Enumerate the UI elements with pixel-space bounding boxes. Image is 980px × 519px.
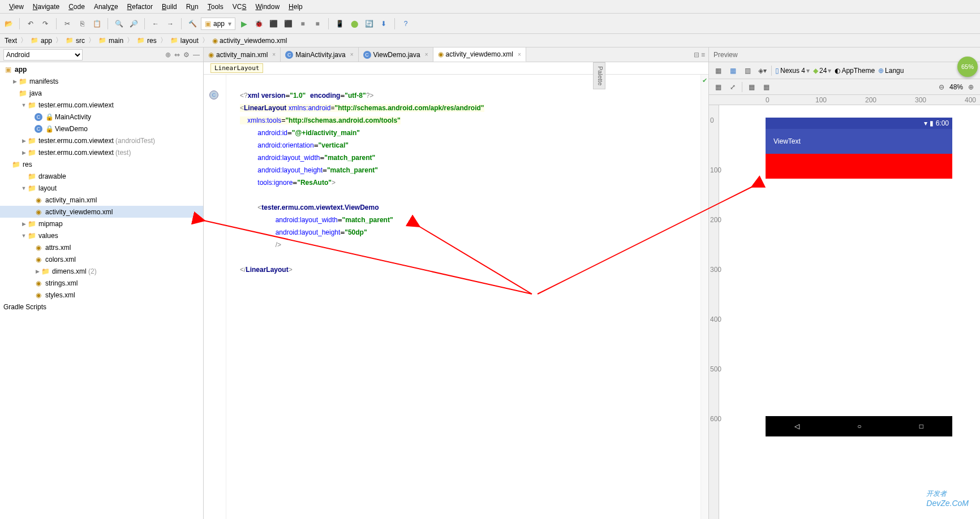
design-icon[interactable]: ▦ [712, 65, 724, 76]
bc-src[interactable]: 📁src [63, 37, 87, 45]
cut-icon[interactable]: ✂ [61, 18, 74, 30]
tree-gradle[interactable]: Gradle Scripts [0, 301, 203, 313]
bc-app[interactable]: 📁app [28, 37, 54, 45]
stop2-icon[interactable]: ■ [311, 18, 324, 30]
forward-icon[interactable]: → [164, 18, 177, 30]
sync-icon[interactable]: 🔄 [363, 18, 375, 30]
api-selector[interactable]: ◆24▾ [813, 67, 831, 75]
stop-icon[interactable]: ■ [296, 18, 309, 30]
sync-badge[interactable]: 65% [957, 57, 978, 77]
bc-layout[interactable]: 📁layout [168, 37, 201, 45]
menu-analyze[interactable]: Analyze [89, 2, 123, 12]
tree-res[interactable]: 📁res [0, 158, 203, 170]
tree-values[interactable]: ▼📁values [0, 230, 203, 241]
menu-run[interactable]: Run [182, 2, 203, 12]
menu-view[interactable]: View [5, 2, 28, 12]
undo-icon[interactable]: ↶ [24, 18, 37, 30]
close-icon[interactable]: × [350, 51, 354, 58]
tree-layout[interactable]: ▼📁layout [0, 182, 203, 194]
collapse-icon[interactable]: ⇔ [174, 51, 180, 59]
tree-strings[interactable]: ◉strings.xml [0, 277, 203, 289]
grid-icon[interactable]: ▦ [712, 81, 724, 93]
bc-file[interactable]: ◉ activity_viewdemo.xml [210, 37, 290, 45]
tree-pkg2[interactable]: ▶📁tester.ermu.com.viewtext (androidTest) [0, 135, 203, 146]
home-nav-icon: ○ [857, 422, 861, 430]
class-gutter-icon[interactable]: C [209, 90, 218, 100]
tab-activity-main[interactable]: ◉activity_main.xml× [204, 47, 281, 62]
editor-area: ◉activity_main.xml× CMainActivity.java× … [204, 47, 708, 519]
help-icon[interactable]: ? [399, 18, 412, 30]
code-editor[interactable]: <?xml version="1.0" encoding="utf-8"?> <… [226, 75, 700, 519]
orientation-icon[interactable]: ◈▾ [757, 65, 768, 76]
lang-selector[interactable]: ⊕Langu [878, 67, 904, 75]
open-icon[interactable]: 📂 [2, 18, 15, 30]
bc-res[interactable]: 📁res [135, 37, 159, 45]
menu-build[interactable]: Build [157, 2, 182, 12]
attach-icon[interactable]: ⬛ [282, 18, 294, 30]
close-icon[interactable]: × [425, 51, 428, 58]
crumb-linearlayout[interactable]: LinearLayout [210, 63, 263, 73]
pan2-icon[interactable]: ▦ [760, 81, 772, 93]
hide-icon[interactable]: — [193, 51, 200, 59]
tab-viewdemo[interactable]: CViewDemo.java× [359, 47, 433, 62]
target-icon[interactable]: ⊕ [165, 51, 171, 59]
project-view-dropdown[interactable]: Android [3, 49, 83, 60]
menu-tools[interactable]: Tools [203, 2, 228, 12]
tree-activity-main[interactable]: ◉activity_main.xml [0, 194, 203, 206]
tab-mainactivity[interactable]: CMainActivity.java× [281, 47, 358, 62]
tree-java[interactable]: 📁java [0, 87, 203, 99]
run-config-dropdown[interactable]: ▣app▾ [201, 18, 235, 30]
pan-icon[interactable]: ▦ [746, 81, 757, 93]
tree-mainactivity[interactable]: C🔒MainActivity [0, 111, 203, 123]
menu-help[interactable]: Help [284, 2, 307, 12]
tree-styles[interactable]: ◉styles.xml [0, 289, 203, 301]
menu-refactor[interactable]: Refactor [123, 2, 157, 12]
tree-attrs[interactable]: ◉attrs.xml [0, 241, 203, 253]
preview-toolbar-1: ▦ ▦ ▥ ◈▾ ▯Nexus 4▾ ◆24▾ ◐AppTheme ⊕Langu [709, 62, 980, 79]
profile-icon[interactable]: ⬛ [267, 18, 280, 30]
paste-icon[interactable]: 📋 [91, 18, 103, 30]
blueprint-icon[interactable]: ▦ [727, 65, 738, 76]
avd-icon[interactable]: 📱 [333, 18, 346, 30]
tree-viewdemo[interactable]: C🔒ViewDemo [0, 123, 203, 135]
debug-icon[interactable]: 🐞 [252, 18, 265, 30]
tree-colors[interactable]: ◉colors.xml [0, 253, 203, 265]
tree-pkg3[interactable]: ▶📁tester.ermu.com.viewtext (test) [0, 146, 203, 158]
tree-mipmap[interactable]: ▶📁mipmap [0, 218, 203, 230]
expand-icon[interactable]: ⤢ [727, 81, 738, 93]
gear-icon[interactable]: ⚙ [183, 51, 190, 59]
tree-app[interactable]: ▣app [0, 63, 203, 75]
copy-icon[interactable]: ⎘ [76, 18, 88, 30]
menu-vcs[interactable]: VCS [228, 2, 251, 12]
find-icon[interactable]: 🔍 [113, 18, 125, 30]
theme-selector[interactable]: ◐AppTheme [835, 67, 875, 75]
tree-pkg1[interactable]: ▼📁tester.ermu.com.viewtext [0, 99, 203, 111]
tree-dimens[interactable]: ▶📁dimens.xml (2) [0, 265, 203, 277]
menu-code[interactable]: Code [64, 2, 89, 12]
download-icon[interactable]: ⬇ [377, 18, 390, 30]
zoom-in-icon[interactable]: ⊕ [965, 81, 977, 93]
sdk-icon[interactable]: ⬤ [348, 18, 360, 30]
tree-activity-viewdemo[interactable]: ◉activity_viewdemo.xml [0, 206, 203, 218]
bc-main[interactable]: 📁main [96, 37, 126, 45]
bc-text[interactable]: Text [2, 37, 19, 45]
close-icon[interactable]: × [518, 51, 521, 58]
close-icon[interactable]: × [272, 51, 276, 58]
build-icon[interactable]: 🔨 [186, 18, 199, 30]
menu-navigate[interactable]: Navigate [28, 2, 64, 12]
menu-window[interactable]: Window [251, 2, 284, 12]
replace-icon[interactable]: 🔎 [127, 18, 140, 30]
redo-icon[interactable]: ↷ [39, 18, 51, 30]
both-icon[interactable]: ▥ [742, 65, 753, 76]
zoom-out-icon[interactable]: ⊖ [936, 81, 947, 93]
tree-drawable[interactable]: 📁drawable [0, 170, 203, 182]
tab-activity-viewdemo[interactable]: ◉activity_viewdemo.xml× [433, 47, 526, 62]
editor-view-switcher[interactable]: ⊟ ≡ [690, 47, 708, 62]
palette-tab[interactable]: Palette [593, 62, 605, 89]
preview-canvas[interactable]: 0 100 200 300 400 0 100 200 300 400 500 … [709, 95, 980, 519]
device-selector[interactable]: ▯Nexus 4▾ [775, 67, 810, 75]
tree-manifests[interactable]: ▶📁manifests [0, 75, 203, 87]
run-icon[interactable]: ▶ [238, 18, 250, 30]
device-frame[interactable]: ▾ ▮ 6:00 ViewText ◁ ○ □ [766, 118, 952, 436]
back-icon[interactable]: ← [149, 18, 162, 30]
